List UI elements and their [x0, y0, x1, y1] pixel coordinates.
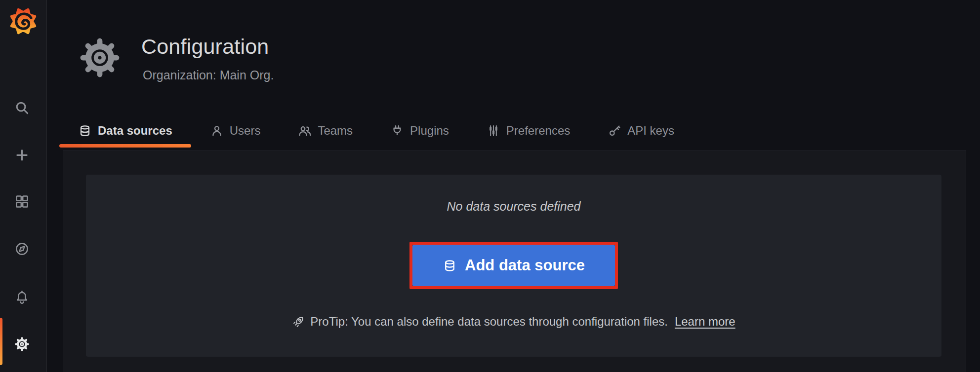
- sidebar-item-configuration[interactable]: [11, 333, 33, 355]
- sliders-icon: [487, 124, 500, 138]
- tab-users[interactable]: Users: [191, 118, 280, 143]
- sidebar-item-create[interactable]: [11, 144, 33, 166]
- tab-preferences[interactable]: Preferences: [468, 118, 589, 143]
- tab-label: Users: [230, 124, 261, 138]
- data-sources-empty-panel: No data sources defined Add data source: [86, 175, 941, 357]
- config-tabs: Data sources Users Teams: [59, 118, 693, 143]
- user-icon: [210, 124, 224, 138]
- plug-icon: [390, 124, 404, 138]
- database-icon: [78, 124, 92, 138]
- users-icon: [298, 124, 312, 138]
- protip-row: ProTip: You can also define data sources…: [292, 315, 735, 329]
- annotation-highlight: Add data source: [409, 242, 618, 289]
- page-header-gear-icon: [79, 37, 121, 79]
- page-title: Configuration: [141, 35, 269, 59]
- tab-label: API keys: [627, 124, 674, 138]
- tab-label: Plugins: [410, 124, 449, 138]
- sidebar: [0, 0, 47, 372]
- protip-text: ProTip: You can also define data sources…: [310, 315, 668, 329]
- tab-api-keys[interactable]: API keys: [589, 118, 693, 143]
- compass-icon: [14, 241, 30, 257]
- sidebar-item-explore[interactable]: [11, 238, 33, 260]
- rocket-icon: [292, 315, 305, 329]
- grafana-app-window: Configuration Organization: Main Org. Da…: [0, 0, 980, 372]
- key-icon: [608, 124, 621, 138]
- grafana-logo[interactable]: [8, 6, 38, 36]
- sidebar-item-dashboards[interactable]: [11, 190, 33, 212]
- tab-plugins[interactable]: Plugins: [371, 118, 468, 143]
- active-item-indicator: [0, 318, 2, 365]
- add-data-source-label: Add data source: [465, 257, 585, 274]
- tab-teams[interactable]: Teams: [279, 118, 371, 143]
- tab-label: Data sources: [98, 124, 172, 138]
- bell-icon: [14, 290, 30, 305]
- page-subtitle: Organization: Main Org.: [143, 68, 274, 82]
- add-data-source-button[interactable]: Add data source: [412, 245, 615, 286]
- tab-label: Preferences: [506, 124, 570, 138]
- tab-label: Teams: [318, 124, 353, 138]
- search-icon: [14, 100, 30, 115]
- database-icon: [443, 259, 457, 273]
- tab-data-sources[interactable]: Data sources: [59, 118, 191, 143]
- gear-icon: [14, 336, 30, 352]
- content-card: No data sources defined Add data source: [63, 150, 966, 372]
- sidebar-item-search[interactable]: [11, 97, 33, 118]
- dashboards-grid-icon: [14, 194, 30, 209]
- plus-icon: [14, 148, 30, 163]
- learn-more-link[interactable]: Learn more: [675, 315, 735, 329]
- sidebar-item-alerting[interactable]: [11, 286, 33, 308]
- empty-state-message: No data sources defined: [447, 199, 580, 214]
